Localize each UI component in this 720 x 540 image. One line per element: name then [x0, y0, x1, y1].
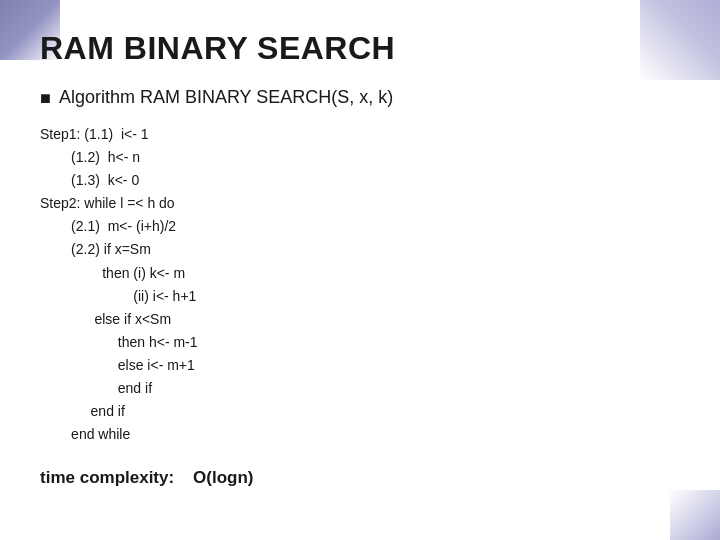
- algorithm-header: ■ Algorithm RAM BINARY SEARCH(S, x, k): [40, 87, 670, 109]
- algorithm-body: Step1: (1.1) i<- 1 (1.2) h<- n (1.3) k<-…: [40, 123, 670, 446]
- main-content: RAM BINARY SEARCH ■ Algorithm RAM BINARY…: [0, 0, 720, 518]
- algorithm-line: (1.3) k<- 0: [40, 169, 670, 192]
- algorithm-line: else if x<Sm: [40, 308, 670, 331]
- algorithm-line: (1.2) h<- n: [40, 146, 670, 169]
- algorithm-line: then h<- m-1: [40, 331, 670, 354]
- algorithm-line: (2.1) m<- (i+h)/2: [40, 215, 670, 238]
- algorithm-line: end if: [40, 377, 670, 400]
- algorithm-line: (2.2) if x=Sm: [40, 238, 670, 261]
- time-complexity-label: time complexity:: [40, 468, 174, 487]
- algorithm-line: end if: [40, 400, 670, 423]
- algorithm-line: end while: [40, 423, 670, 446]
- time-complexity: time complexity: O(logn): [40, 468, 670, 488]
- algorithm-title: Algorithm RAM BINARY SEARCH(S, x, k): [59, 87, 393, 108]
- bullet-icon: ■: [40, 88, 51, 109]
- algorithm-line: else i<- m+1: [40, 354, 670, 377]
- algorithm-line: then (i) k<- m: [40, 262, 670, 285]
- algorithm-line: Step1: (1.1) i<- 1: [40, 123, 670, 146]
- time-complexity-value: O(logn): [193, 468, 253, 487]
- algorithm-line: Step2: while l =< h do: [40, 192, 670, 215]
- page-title: RAM BINARY SEARCH: [40, 30, 670, 67]
- algorithm-line: (ii) i<- h+1: [40, 285, 670, 308]
